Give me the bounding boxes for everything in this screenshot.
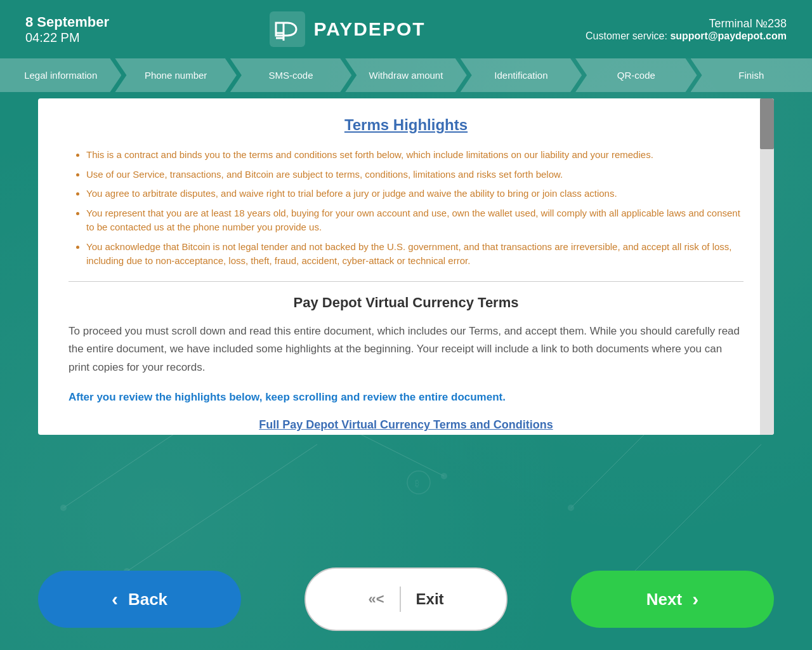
bold-notice: After you review the highlights below, k…: [69, 388, 743, 407]
tab-phone-number[interactable]: Phone number: [115, 58, 236, 92]
tab-sms-code[interactable]: SMS-code: [230, 58, 351, 92]
highlight-item-5: You acknowledge that Bitcoin is not lega…: [86, 240, 743, 269]
header-logo: PAYDEPOT: [270, 11, 426, 47]
back-label: Back: [128, 590, 167, 609]
tab-legal-information[interactable]: Legal information: [0, 58, 121, 92]
tab-finish[interactable]: Finish: [691, 58, 812, 92]
highlight-item-2: Use of our Service, transactions, and Bi…: [86, 168, 743, 182]
header-time: 04:22 PM: [25, 30, 109, 45]
header-date: 8 September: [25, 14, 109, 30]
tab-qr-code[interactable]: QR-code: [575, 58, 697, 92]
next-button[interactable]: Next ›: [571, 571, 774, 628]
paydepot-logo-text: PAYDEPOT: [314, 18, 426, 40]
exit-button[interactable]: «< Exit: [304, 567, 508, 631]
nav-tabs: Legal information Phone number SMS-code …: [0, 58, 812, 92]
section-divider: [69, 281, 743, 282]
content-scroll-area[interactable]: Terms Highlights This is a contract and …: [38, 98, 774, 435]
svg-text:₿: ₿: [415, 478, 419, 488]
highlights-list: This is a contract and binds you to the …: [69, 148, 743, 269]
svg-rect-15: [270, 11, 305, 47]
highlight-item-3: You agree to arbitrate disputes, and wai…: [86, 187, 743, 201]
support-email: support@paydepot.com: [670, 30, 787, 41]
header-datetime: 8 September 04:22 PM: [25, 14, 109, 45]
svg-point-11: [407, 471, 430, 494]
main-content: Terms Highlights This is a contract and …: [38, 98, 774, 435]
full-terms-link[interactable]: Full Pay Depot Virtual Currency Terms an…: [69, 418, 743, 432]
highlight-item-4: You represent that you are at least 18 y…: [86, 206, 743, 235]
scrollbar-track[interactable]: [760, 98, 774, 435]
exit-label: Exit: [416, 590, 444, 608]
intro-paragraph: To proceed you must scroll down and read…: [69, 322, 743, 378]
highlight-item-1: This is a contract and binds you to the …: [86, 148, 743, 162]
terms-highlights-title: Terms Highlights: [69, 116, 743, 134]
back-chevron-icon: ‹: [112, 588, 118, 610]
scrollbar-thumb[interactable]: [760, 98, 774, 149]
back-button[interactable]: ‹ Back: [38, 571, 241, 628]
paydepot-logo-icon: [270, 11, 305, 47]
header: 8 September 04:22 PM PAYDEPOT Terminal №…: [0, 0, 812, 58]
next-label: Next: [646, 590, 682, 609]
svg-point-6: [60, 505, 67, 511]
rewind-icon: «<: [368, 591, 384, 607]
exit-separator: [400, 587, 401, 612]
tab-withdraw-amount[interactable]: Withdraw amount: [345, 58, 466, 92]
svg-point-8: [441, 473, 447, 479]
tab-identification[interactable]: Identification: [461, 58, 582, 92]
support-info: Customer service: support@paydepot.com: [586, 30, 787, 42]
bottom-bar: ‹ Back «< Exit Next ›: [0, 548, 812, 650]
svg-point-10: [568, 505, 574, 511]
support-label: Customer service:: [586, 30, 667, 41]
terminal-number: Terminal №238: [586, 17, 787, 30]
header-info: Terminal №238 Customer service: support@…: [586, 17, 787, 42]
next-chevron-icon: ›: [692, 588, 698, 610]
section-title: Pay Depot Virtual Currency Terms: [69, 295, 743, 311]
